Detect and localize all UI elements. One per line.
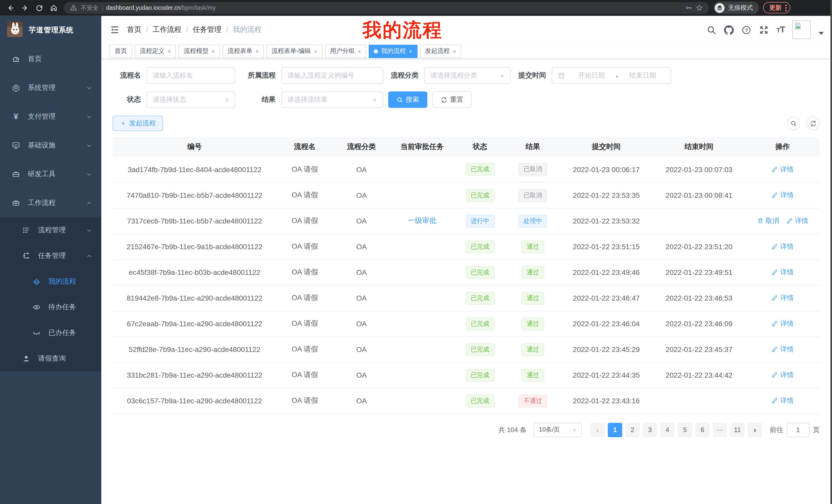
detail-link[interactable]: 详情 — [772, 165, 794, 174]
close-icon[interactable]: × — [314, 48, 317, 54]
page-button-11[interactable]: 11 — [730, 423, 745, 437]
sidebar-logo[interactable]: 芋道管理系统 — [0, 16, 101, 45]
chevron-down-icon: ∨ — [373, 96, 377, 103]
breadcrumb-separator: / — [226, 26, 228, 34]
sidebar-item-1[interactable]: 系统管理 — [0, 74, 101, 102]
cell-process-name: OA 请假 — [277, 362, 333, 388]
sidebar-item-2[interactable]: ¥支付管理 — [0, 102, 101, 131]
bookmark-star-icon[interactable] — [696, 4, 703, 11]
tab-6[interactable]: 我的流程× — [369, 45, 417, 58]
detail-link[interactable]: 详情 — [772, 370, 794, 380]
category-placeholder: 请选择流程分类 — [431, 71, 477, 80]
sidebar-item-11[interactable]: 请假查询 — [0, 346, 101, 371]
cell-process-category: OA — [333, 234, 390, 259]
close-icon[interactable]: × — [212, 48, 215, 54]
detail-link[interactable]: 详情 — [772, 242, 794, 251]
browser-home-button[interactable] — [47, 2, 60, 14]
close-icon[interactable]: × — [409, 48, 412, 54]
cell-operations: 详情 — [745, 285, 820, 311]
status-select[interactable]: 请选择状态∨ — [147, 91, 235, 108]
cell-status: 已完成 — [454, 337, 506, 362]
password-key-icon[interactable] — [685, 4, 692, 11]
page-button-1[interactable]: 1 — [608, 423, 622, 437]
sidebar-item-label: 我的流程 — [48, 277, 76, 286]
cell-current-task — [390, 183, 454, 208]
page-ellipsis[interactable]: ··· — [713, 423, 727, 437]
browser-reload-button[interactable] — [33, 2, 45, 14]
edit-pencil-icon — [772, 295, 778, 301]
result-badge: 已取消 — [518, 163, 547, 176]
tab-7[interactable]: 发起流程× — [420, 45, 461, 58]
tab-3[interactable]: 流程表单× — [223, 45, 264, 58]
submit-time-range-picker[interactable]: 开始日期 - 结束日期 — [552, 67, 671, 84]
page-button-2[interactable]: 2 — [625, 423, 640, 437]
sidebar-collapse-icon[interactable] — [109, 25, 120, 35]
reset-button[interactable]: 重置 — [433, 91, 471, 108]
sidebar-item-5[interactable]: 工作流程 — [0, 189, 101, 217]
process-name-input[interactable]: 请输入流程名 — [147, 67, 235, 84]
github-icon[interactable] — [724, 25, 734, 35]
sidebar-item-0[interactable]: 首页 — [0, 45, 101, 74]
result-badge: 处理中 — [518, 215, 547, 227]
current-task-link[interactable]: 一级审批 — [408, 216, 437, 226]
tab-5[interactable]: 用户分组× — [325, 45, 366, 58]
close-icon[interactable]: × — [358, 48, 361, 54]
browser-forward-button[interactable] — [19, 2, 31, 14]
page-button-6[interactable]: 6 — [695, 423, 710, 437]
tab-2[interactable]: 流程模型× — [179, 45, 220, 58]
close-icon[interactable]: × — [453, 48, 456, 54]
detail-link[interactable]: 详情 — [772, 319, 794, 328]
sidebar-item-9[interactable]: 待办任务 — [0, 295, 101, 320]
breadcrumb-item-1[interactable]: 工作流程 — [153, 25, 182, 34]
page-button-4[interactable]: 4 — [660, 423, 675, 437]
result-select[interactable]: 请选择流结果∨ — [281, 91, 383, 108]
search-icon[interactable] — [707, 25, 717, 35]
page-button-5[interactable]: 5 — [678, 423, 692, 437]
tab-0[interactable]: 首页 — [109, 45, 132, 58]
process-def-input[interactable]: 请输入流程定义的编号 — [281, 67, 383, 84]
detail-link[interactable]: 详情 — [772, 396, 794, 405]
address-bar[interactable]: 不安全 dashboard.yudao.iocoder.cn/bpm/task/… — [64, 2, 709, 13]
sidebar-item-6[interactable]: 流程管理 — [0, 217, 101, 243]
page-size-select[interactable]: 10条/页∨ — [534, 423, 581, 437]
tab-4[interactable]: 流程表单-编辑× — [267, 45, 322, 58]
tab-1[interactable]: 流程定义× — [135, 45, 176, 58]
search-button[interactable]: 搜索 — [388, 91, 427, 108]
detail-link[interactable]: 详情 — [786, 216, 808, 226]
prev-page-button[interactable]: ‹ — [590, 423, 605, 437]
sidebar-item-3[interactable]: 基础设施 — [0, 131, 101, 160]
page-button-3[interactable]: 3 — [643, 423, 657, 437]
toggle-search-button[interactable] — [787, 117, 800, 130]
detail-link[interactable]: 详情 — [772, 268, 794, 277]
detail-link[interactable]: 详情 — [772, 191, 794, 200]
detail-link[interactable]: 详情 — [772, 293, 794, 303]
create-process-button[interactable]: ＋发起流程 — [113, 116, 163, 131]
fullscreen-icon[interactable] — [759, 25, 769, 35]
sidebar-item-10[interactable]: 已办任务 — [0, 320, 101, 346]
help-icon[interactable]: ? — [742, 25, 752, 35]
category-select[interactable]: 请选择流程分类∨ — [424, 67, 511, 84]
column-header-0: 编号 — [113, 137, 277, 157]
close-icon[interactable]: × — [256, 48, 259, 54]
breadcrumb-item-2[interactable]: 任务管理 — [193, 25, 222, 34]
goto-page-input[interactable]: 1 — [787, 423, 809, 437]
browser-back-button[interactable] — [4, 2, 17, 14]
close-icon[interactable]: × — [167, 48, 171, 54]
font-size-icon[interactable]: TT — [777, 25, 785, 35]
cell-status: 已完成 — [454, 285, 506, 311]
avatar-dropdown-icon[interactable] — [818, 32, 824, 35]
refresh-table-button[interactable] — [806, 117, 820, 130]
sidebar-item-4[interactable]: 研发工具 — [0, 160, 101, 189]
browser-update-button[interactable]: 更新 — [763, 2, 790, 13]
sidebar-menu: 首页系统管理¥支付管理基础设施研发工具工作流程流程管理任务管理我的流程待办任务已… — [0, 45, 101, 371]
cell-operations: 详情 — [745, 311, 820, 337]
cancel-link[interactable]: 取消 — [757, 216, 779, 226]
breadcrumb-item-0[interactable]: 首页 — [127, 25, 141, 34]
browser-menu-icon[interactable] — [785, 4, 787, 11]
avatar[interactable] — [792, 21, 811, 39]
sidebar-item-8[interactable]: 我的流程 — [0, 269, 101, 295]
next-page-button[interactable]: › — [748, 423, 762, 437]
detail-link[interactable]: 详情 — [772, 345, 794, 354]
url-host: dashboard.yudao.iocoder.cn — [106, 5, 181, 11]
sidebar-item-7[interactable]: 任务管理 — [0, 243, 101, 269]
